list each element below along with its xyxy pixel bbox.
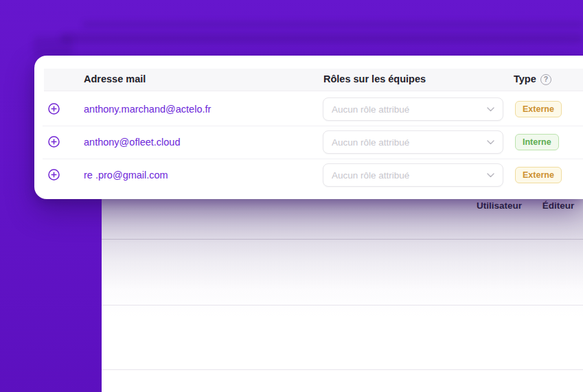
dimmed-backdrop-row bbox=[82, 21, 583, 27]
type-badge: Externe bbox=[515, 167, 562, 183]
column-header-editeur: Éditeur bbox=[534, 200, 582, 211]
column-header-roles: Rôles sur les équipes bbox=[323, 73, 426, 84]
plus-circle-icon bbox=[48, 136, 60, 148]
dimmed-backdrop-block bbox=[33, 36, 73, 56]
chevron-down-icon bbox=[487, 173, 494, 178]
member-email: anthony@ofleet.cloud bbox=[84, 137, 180, 148]
add-member-button[interactable] bbox=[48, 136, 60, 148]
members-invite-card: Adresse mail Rôles sur les équipes Type … bbox=[34, 56, 583, 199]
role-select[interactable]: Aucun rôle attribué bbox=[323, 130, 503, 154]
column-header-type: Type bbox=[514, 73, 536, 84]
permissions-panel: Utilisateur Éditeur Consultation Consult… bbox=[102, 195, 583, 392]
chevron-down-icon bbox=[487, 140, 494, 145]
divider bbox=[43, 126, 583, 126]
column-header-utilisateur: Utilisateur bbox=[472, 200, 527, 211]
divider bbox=[102, 305, 583, 305]
divider bbox=[43, 159, 583, 159]
add-member-button[interactable] bbox=[48, 103, 60, 115]
role-select[interactable]: Aucun rôle attribué bbox=[323, 163, 503, 187]
type-badge: Interne bbox=[515, 134, 559, 150]
add-member-button[interactable] bbox=[48, 169, 60, 181]
role-select-placeholder: Aucun rôle attribué bbox=[332, 137, 409, 148]
column-header-adresse-mail: Adresse mail bbox=[84, 73, 146, 84]
member-email: re .pro@gmail.com bbox=[84, 170, 168, 181]
member-email: anthony.marchand@actelo.fr bbox=[84, 104, 211, 115]
dimmed-backdrop-row bbox=[60, 33, 583, 43]
divider bbox=[102, 369, 583, 370]
plus-circle-icon bbox=[48, 169, 60, 181]
role-select-placeholder: Aucun rôle attribué bbox=[332, 170, 409, 181]
role-select-placeholder: Aucun rôle attribué bbox=[332, 104, 409, 115]
chevron-down-icon bbox=[487, 107, 494, 112]
help-icon[interactable]: ? bbox=[540, 74, 551, 85]
role-select[interactable]: Aucun rôle attribué bbox=[323, 97, 503, 121]
type-badge: Externe bbox=[515, 101, 562, 117]
divider bbox=[102, 239, 583, 240]
plus-circle-icon bbox=[48, 103, 60, 115]
